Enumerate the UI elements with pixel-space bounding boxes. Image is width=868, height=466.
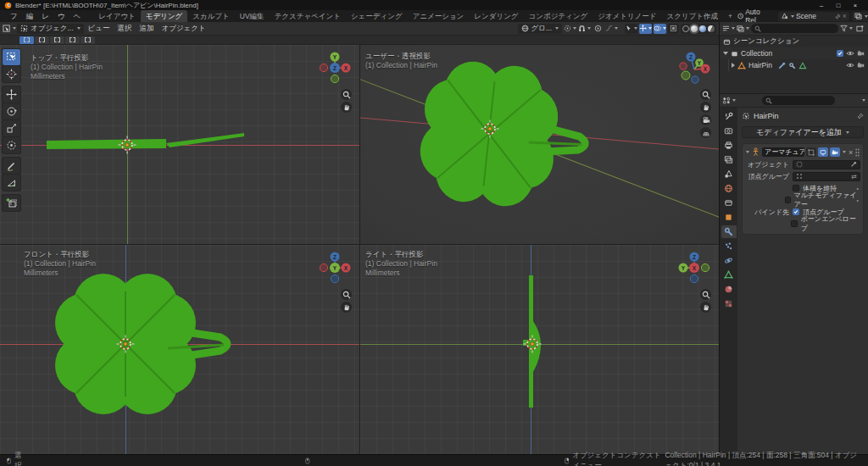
tab-layout[interactable]: レイアウト — [93, 10, 141, 22]
collapse-chevron-icon[interactable] — [746, 151, 749, 153]
hairpin-object-user[interactable] — [360, 45, 719, 244]
mode-dropdown[interactable]: オブジェク... — [17, 24, 84, 34]
tab-animation[interactable]: アニメーション — [408, 10, 470, 22]
viewport-right[interactable]: ライト・平行投影 (1) Collection | HairPin Millim… — [360, 245, 719, 454]
add-modifier-button[interactable]: モディファイアーを追加 — [742, 126, 864, 138]
menu-help[interactable]: ヘルプ — [70, 10, 86, 22]
tool-transform[interactable] — [3, 137, 20, 153]
menu-view[interactable]: ビュー — [85, 24, 114, 34]
pan-button[interactable] — [700, 102, 711, 113]
overlays-toggle[interactable] — [654, 24, 666, 34]
menu-object[interactable]: オブジェクト — [159, 24, 209, 34]
tab-shading[interactable]: シェーディング — [346, 10, 408, 22]
tab-scene[interactable] — [721, 168, 737, 180]
gizmos-toggle[interactable] — [639, 24, 652, 34]
tool-measure[interactable] — [3, 175, 20, 191]
pan-button[interactable] — [700, 302, 711, 313]
tool-rotate[interactable] — [3, 103, 20, 119]
zoom-button[interactable] — [700, 89, 711, 100]
pin-icon[interactable] — [835, 14, 841, 19]
menu-window[interactable]: ウィンドウ — [53, 10, 70, 22]
outliner-row-scene-collection[interactable]: シーンコレクション — [720, 36, 868, 47]
grid-perspective-button[interactable] — [700, 127, 711, 138]
tab-sculpt[interactable]: スカルプト — [187, 10, 235, 22]
tab-texpaint[interactable]: テクスチャペイント — [270, 10, 346, 22]
select-mode-set-button[interactable] — [19, 36, 34, 44]
xray-toggle[interactable] — [668, 24, 679, 34]
bind-bone-envelopes-checkbox[interactable] — [791, 220, 798, 227]
tool-cursor[interactable] — [3, 66, 20, 82]
zoom-button[interactable] — [341, 89, 352, 100]
scene-selector[interactable]: Scene × — [778, 12, 849, 21]
camera-view-button[interactable] — [700, 114, 711, 125]
shading-rendered-button[interactable] — [708, 25, 715, 32]
render-camera-icon[interactable] — [857, 62, 865, 69]
select-mode-subtract-button[interactable] — [50, 36, 64, 44]
axis-gizmo[interactable]: Z X Y — [317, 250, 353, 286]
tab-compositing[interactable]: コンポジティング — [524, 10, 593, 22]
select-mode-intersect-button[interactable] — [81, 36, 95, 44]
menu-file[interactable]: ファイル — [6, 10, 22, 22]
outliner-filter-dropdown[interactable] — [840, 24, 853, 34]
eye-icon[interactable] — [846, 62, 854, 69]
tab-modeling[interactable]: モデリング — [141, 10, 188, 22]
select-mode-extend-button[interactable] — [35, 36, 49, 44]
tab-physics[interactable] — [721, 254, 737, 267]
modifier-render-toggle[interactable] — [830, 147, 840, 157]
drag-handle-icon[interactable] — [855, 148, 860, 157]
viewlayer-selector[interactable]: ViewLayer × — [852, 12, 868, 21]
viewport-front[interactable]: フロント・平行投影 (1) Collection | HairPin Milli… — [0, 245, 359, 454]
tab-object-data[interactable] — [721, 269, 737, 281]
expand-icon[interactable] — [732, 63, 735, 68]
zoom-button[interactable] — [341, 289, 352, 300]
armature-object-input[interactable] — [793, 160, 860, 169]
tab-render[interactable] — [721, 125, 737, 137]
pan-button[interactable] — [341, 102, 352, 113]
vertex-group-input[interactable]: ⇄ — [793, 172, 860, 181]
menu-select[interactable]: 選択 — [114, 24, 136, 34]
transform-orientation-dropdown[interactable]: グロ... — [518, 24, 562, 34]
tab-view-layer[interactable] — [721, 153, 737, 166]
add-workspace-button[interactable]: + — [723, 10, 737, 22]
viewport-top[interactable]: トップ・平行投影 (1) Collection | HairPin Millim… — [0, 45, 359, 244]
invert-vertex-group-icon[interactable]: ⇄ — [851, 173, 857, 180]
outliner-search-input[interactable] — [751, 24, 838, 33]
expand-icon[interactable] — [723, 52, 728, 55]
outliner-filter-type-dropdown[interactable] — [737, 24, 749, 34]
tab-output[interactable] — [721, 139, 737, 152]
collection-checkbox[interactable] — [837, 50, 843, 57]
animate-dot-icon[interactable]: • — [857, 197, 860, 203]
eyedropper-icon[interactable] — [850, 161, 857, 168]
tab-world[interactable] — [721, 182, 737, 195]
select-mode-invert-button[interactable] — [65, 36, 80, 44]
shading-material-button[interactable] — [699, 25, 706, 32]
tab-uv[interactable]: UV編集 — [235, 10, 270, 22]
eye-icon[interactable] — [846, 50, 854, 57]
bind-vertex-groups-checkbox[interactable] — [793, 208, 799, 215]
axis-gizmo[interactable]: Y X Z — [317, 50, 353, 86]
breadcrumb-object-name[interactable]: HairPin — [754, 112, 779, 120]
tool-annotate[interactable] — [3, 158, 20, 174]
menu-add[interactable]: 追加 — [136, 24, 158, 34]
outliner-row-collection[interactable]: Collection — [720, 47, 868, 59]
properties-options-chevron-icon[interactable] — [862, 99, 865, 102]
snap-toggle[interactable] — [578, 24, 591, 34]
tab-material[interactable] — [721, 283, 737, 296]
tab-modifiers[interactable] — [721, 225, 737, 238]
tool-add-cube[interactable] — [3, 195, 20, 211]
shading-wireframe-button[interactable] — [682, 25, 689, 32]
modifier-name-input[interactable]: アーマチュア — [762, 147, 804, 157]
modifier-close-icon[interactable]: × — [848, 148, 854, 157]
axis-gizmo[interactable]: Z Y X — [676, 50, 712, 86]
tool-move[interactable] — [3, 86, 20, 103]
zoom-button[interactable] — [700, 289, 711, 300]
animate-dot-icon[interactable]: • — [857, 186, 860, 191]
shading-solid-button[interactable] — [691, 25, 698, 32]
tab-collection[interactable] — [721, 197, 737, 209]
pivot-point-dropdown[interactable] — [564, 24, 576, 34]
tool-select-box[interactable] — [3, 49, 20, 65]
tab-tool[interactable] — [721, 110, 737, 123]
tab-scripting[interactable]: スクリプト作成 — [662, 10, 724, 22]
new-collection-button[interactable] — [854, 24, 865, 34]
editor-type-dropdown[interactable] — [3, 24, 16, 34]
